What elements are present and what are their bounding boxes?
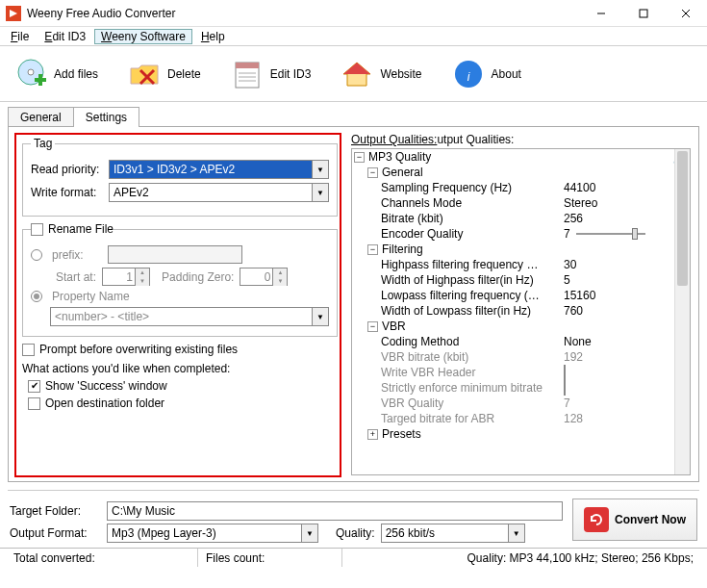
collapse-icon[interactable]: −	[354, 152, 365, 163]
lpw-val[interactable]: 760	[564, 304, 690, 318]
hp-key: Highpass filtering frequency …	[381, 258, 564, 271]
quality-label: Quality:	[336, 526, 375, 540]
eq-row[interactable]: 7	[564, 227, 690, 241]
se-key: Strictly enforce minimum bitrate	[381, 381, 564, 395]
delete-button[interactable]: Delete	[127, 57, 201, 91]
svg-point-5	[28, 69, 34, 75]
hpw-val[interactable]: 5	[564, 273, 690, 287]
wh-key: Write VBR Header	[381, 366, 564, 379]
website-button[interactable]: Website	[340, 57, 421, 91]
about-button[interactable]: i About	[451, 57, 521, 91]
prefix-radio[interactable]	[31, 249, 42, 261]
tab-strip: General Settings	[8, 106, 699, 126]
folder-delete-icon	[127, 57, 162, 91]
add-files-button[interactable]: Add files	[13, 57, 98, 91]
br-val[interactable]: 256	[564, 212, 690, 225]
quality-combo[interactable]: 256 kbit/s ▼	[381, 524, 525, 543]
menu-bar: File Edit ID3 Weeny Software Help	[0, 27, 707, 46]
hpw-key: Width of Highpass filter(in Hz)	[381, 273, 564, 287]
filtering-section[interactable]: Filtering	[382, 243, 423, 256]
target-folder-input[interactable]: C:\My Music	[107, 501, 563, 521]
cm-val[interactable]: None	[564, 335, 690, 348]
ch-val[interactable]: Stereo	[564, 196, 690, 210]
padzero-input[interactable]: 0 ▲▼	[240, 268, 288, 286]
prompt-overwrite-checkbox[interactable]: Prompt before overwriting existing files	[22, 343, 338, 356]
edit-id3-button[interactable]: Edit ID3	[230, 57, 312, 91]
spinner-icon[interactable]: ▲▼	[272, 268, 287, 286]
add-files-label: Add files	[54, 67, 98, 81]
eq-val: 7	[564, 227, 570, 241]
output-format-combo[interactable]: Mp3 (Mpeg Layer-3) ▼	[107, 524, 318, 543]
chevron-down-icon: ▼	[312, 184, 328, 201]
se-val	[564, 381, 690, 395]
propname-combo[interactable]: <number> - <title> ▼	[50, 307, 329, 326]
ch-key: Channels Mode	[381, 196, 564, 210]
vb-key: VBR bitrate (kbit)	[381, 350, 564, 364]
checkbox-icon	[28, 397, 40, 410]
presets-section[interactable]: Presets	[382, 427, 421, 441]
vbr-section[interactable]: VBR	[382, 320, 406, 333]
close-button[interactable]	[665, 0, 707, 27]
qualities-tree[interactable]: 📌 −MP3 Quality −General Sampling Frequen…	[351, 148, 691, 475]
svg-rect-1	[640, 10, 647, 17]
output-qualities-header: Output Qualities:utput Qualities:	[351, 133, 691, 146]
menu-file[interactable]: File	[4, 29, 36, 44]
read-priority-combo[interactable]: ID3v1 > ID3v2 > APEv2 ▼	[109, 160, 329, 179]
checkbox-icon	[22, 344, 35, 356]
convert-now-button[interactable]: Convert Now	[572, 499, 697, 541]
spinner-icon[interactable]: ▲▼	[135, 268, 149, 286]
propname-radio[interactable]	[31, 291, 42, 302]
tab-settings[interactable]: Settings	[73, 107, 139, 127]
window-title: Weeny Free Audio Converter	[27, 7, 580, 20]
lpw-key: Width of Lowpass filter(in Hz)	[381, 304, 564, 318]
mp3-quality-section[interactable]: MP3 Quality	[368, 150, 431, 164]
edit-id3-label: Edit ID3	[270, 67, 312, 81]
tb-val: 128	[564, 412, 690, 425]
menu-weeny-software[interactable]: Weeny Software	[94, 29, 192, 44]
settings-left-panel: Tag Read priority: ID3v1 > ID3v2 > APEv2…	[9, 127, 347, 481]
status-total: Total converted:	[6, 549, 198, 567]
prompt-overwrite-label: Prompt before overwriting existing files	[39, 343, 238, 356]
open-dest-checkbox[interactable]: Open destination folder	[28, 396, 338, 410]
vb-val: 192	[564, 350, 690, 364]
title-bar: Weeny Free Audio Converter	[0, 0, 707, 27]
tab-general[interactable]: General	[8, 107, 74, 127]
collapse-icon[interactable]: −	[367, 167, 378, 178]
vertical-scrollbar[interactable]	[674, 149, 690, 474]
write-format-label: Write format:	[31, 186, 103, 199]
status-bar: Total converted: Files count: Quality: M…	[0, 548, 707, 567]
expand-icon[interactable]: +	[367, 429, 378, 440]
show-success-label: Show 'Success' window	[45, 379, 167, 393]
write-format-combo[interactable]: APEv2 ▼	[109, 183, 329, 202]
startat-input[interactable]: 1 ▲▼	[102, 268, 150, 286]
show-success-checkbox[interactable]: ✔ Show 'Success' window	[28, 379, 338, 393]
rename-group: Rename File prefix: Start at: 1 ▲▼ Paddi…	[22, 222, 338, 337]
encoder-quality-slider[interactable]	[576, 227, 645, 241]
about-label: About	[492, 67, 521, 81]
chevron-down-icon: ▼	[312, 161, 328, 178]
lp-key: Lowpass filtering frequency (…	[381, 289, 564, 302]
menu-edit-id3[interactable]: Edit ID3	[38, 29, 92, 44]
quality-value: 256 kbit/s	[386, 526, 435, 540]
maximize-button[interactable]	[622, 0, 665, 27]
collapse-icon[interactable]: −	[367, 244, 378, 255]
app-icon	[6, 6, 21, 21]
hp-val[interactable]: 30	[564, 258, 690, 271]
minimize-button[interactable]	[580, 0, 622, 27]
bottom-panel: Target Folder: C:\My Music Output Format…	[0, 495, 707, 548]
read-priority-value: ID3v1 > ID3v2 > APEv2	[114, 163, 235, 176]
samp-val[interactable]: 44100	[564, 181, 690, 194]
output-qualities-panel: Output Qualities:utput Qualities: 📌 −MP3…	[347, 127, 698, 481]
info-icon: i	[451, 57, 486, 91]
general-section[interactable]: General	[382, 166, 423, 179]
write-format-value: APEv2	[114, 186, 149, 199]
tab-body: Tag Read priority: ID3v1 > ID3v2 > APEv2…	[8, 126, 699, 482]
rename-file-checkbox[interactable]: Rename File	[31, 222, 114, 236]
lp-val[interactable]: 15160	[564, 289, 690, 302]
prefix-input[interactable]	[108, 245, 242, 264]
padzero-label: Padding Zero:	[162, 270, 234, 284]
collapse-icon[interactable]: −	[367, 321, 378, 332]
samp-key: Sampling Frequency (Hz)	[381, 181, 564, 194]
menu-help[interactable]: Help	[194, 29, 232, 44]
status-quality: Quality: MP3 44,100 kHz; Stereo; 256 Kbp…	[460, 549, 701, 567]
